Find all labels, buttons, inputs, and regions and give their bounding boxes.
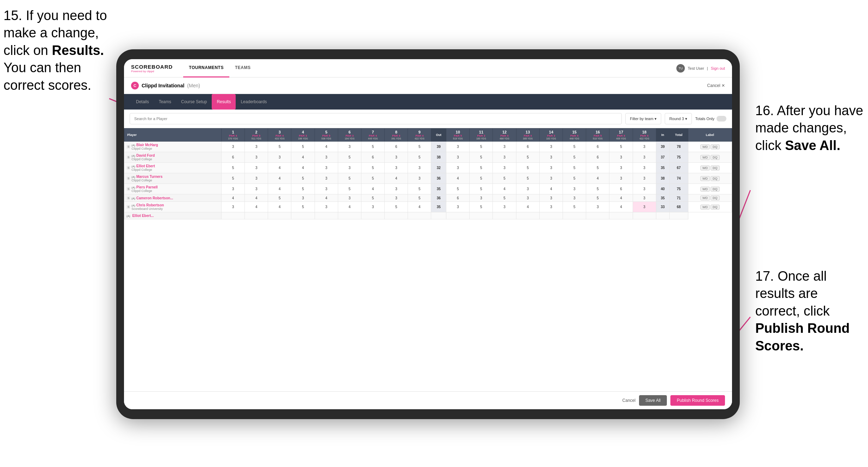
- score-cell[interactable]: 3: [493, 202, 516, 212]
- score-cell[interactable]: 5: [361, 163, 384, 173]
- sub-nav-details[interactable]: Details: [131, 94, 154, 110]
- score-cell[interactable]: 3: [609, 152, 633, 163]
- label-dq-btn[interactable]: DQ: [711, 195, 720, 200]
- score-cell[interactable]: 5: [361, 173, 384, 184]
- score-cell[interactable]: 3: [338, 142, 361, 152]
- score-cell[interactable]: 5: [563, 173, 586, 184]
- label-wd-btn[interactable]: WD: [700, 205, 710, 210]
- score-cell[interactable]: 3: [338, 163, 361, 173]
- score-cell[interactable]: 5: [516, 152, 539, 163]
- score-cell[interactable]: 3: [609, 173, 633, 184]
- score-cell[interactable]: 3: [315, 173, 338, 184]
- score-cell[interactable]: 3: [315, 163, 338, 173]
- score-cell[interactable]: 3: [221, 142, 244, 152]
- score-cell[interactable]: 3: [493, 163, 516, 173]
- score-cell[interactable]: 5: [361, 142, 384, 152]
- totals-only-toggle[interactable]: Totals Only: [695, 116, 726, 122]
- score-cell[interactable]: 5: [291, 142, 315, 152]
- score-cell[interactable]: 4: [245, 202, 268, 212]
- score-cell[interactable]: 5: [291, 184, 315, 194]
- score-cell[interactable]: 3: [633, 142, 656, 152]
- sub-nav-teams[interactable]: Teams: [154, 94, 176, 110]
- score-cell[interactable]: 5: [291, 173, 315, 184]
- label-wd-btn[interactable]: WD: [700, 176, 710, 181]
- score-cell[interactable]: 3: [446, 142, 470, 152]
- tournament-cancel-btn[interactable]: Cancel ✕: [707, 83, 725, 88]
- score-cell[interactable]: 6: [221, 152, 244, 163]
- score-cell[interactable]: 3: [338, 194, 361, 202]
- score-cell[interactable]: 3: [633, 202, 656, 212]
- score-cell[interactable]: 5: [470, 184, 493, 194]
- score-cell[interactable]: 5: [609, 142, 633, 152]
- score-cell[interactable]: 4: [609, 202, 633, 212]
- score-cell[interactable]: 5: [470, 202, 493, 212]
- score-cell[interactable]: 5: [516, 163, 539, 173]
- score-cell[interactable]: 5: [470, 142, 493, 152]
- filter-by-team-btn[interactable]: Filter by team ▾: [625, 113, 661, 124]
- score-cell[interactable]: 3: [586, 202, 609, 212]
- score-cell[interactable]: 4: [586, 173, 609, 184]
- score-cell[interactable]: 5: [361, 194, 384, 202]
- score-cell[interactable]: 3: [361, 202, 384, 212]
- score-cell[interactable]: 4: [408, 202, 431, 212]
- score-cell[interactable]: 3: [385, 194, 408, 202]
- score-cell[interactable]: 3: [221, 184, 244, 194]
- score-cell[interactable]: 5: [493, 173, 516, 184]
- score-cell[interactable]: 3: [633, 152, 656, 163]
- score-cell[interactable]: 5: [586, 163, 609, 173]
- score-cell[interactable]: 5: [408, 142, 431, 152]
- score-cell[interactable]: 4: [291, 163, 315, 173]
- score-cell[interactable]: 5: [338, 184, 361, 194]
- label-wd-btn[interactable]: WD: [700, 187, 710, 192]
- score-cell[interactable]: 4: [361, 184, 384, 194]
- score-cell[interactable]: 4: [385, 173, 408, 184]
- score-cell[interactable]: 3: [470, 194, 493, 202]
- score-cell[interactable]: 5: [493, 194, 516, 202]
- score-cell[interactable]: 3: [245, 184, 268, 194]
- score-cell[interactable]: 5: [221, 163, 244, 173]
- score-cell[interactable]: 5: [470, 152, 493, 163]
- score-cell[interactable]: 3: [539, 163, 563, 173]
- score-cell[interactable]: 5: [408, 152, 431, 163]
- score-cell[interactable]: 3: [446, 163, 470, 173]
- score-cell[interactable]: 5: [586, 194, 609, 202]
- score-cell[interactable]: 5: [408, 184, 431, 194]
- score-cell[interactable]: 3: [245, 173, 268, 184]
- label-dq-btn[interactable]: DQ: [711, 155, 720, 160]
- nav-signout[interactable]: Sign out: [711, 66, 725, 70]
- score-cell[interactable]: 3: [516, 184, 539, 194]
- sub-nav-leaderboards[interactable]: Leaderboards: [236, 94, 272, 110]
- score-cell[interactable]: 3: [539, 152, 563, 163]
- label-dq-btn[interactable]: DQ: [711, 187, 720, 192]
- score-cell[interactable]: 4: [268, 184, 291, 194]
- score-cell[interactable]: 5: [470, 173, 493, 184]
- score-cell[interactable]: 3: [633, 163, 656, 173]
- score-cell[interactable]: 4: [609, 194, 633, 202]
- score-cell[interactable]: 6: [516, 142, 539, 152]
- search-input[interactable]: [130, 113, 622, 124]
- publish-round-scores-btn[interactable]: Publish Round Scores: [670, 395, 725, 406]
- score-cell[interactable]: 6: [446, 194, 470, 202]
- score-cell[interactable]: 3: [385, 184, 408, 194]
- toggle-switch[interactable]: [717, 116, 726, 122]
- score-cell[interactable]: 3: [493, 142, 516, 152]
- score-cell[interactable]: 4: [446, 173, 470, 184]
- score-cell[interactable]: 3: [221, 202, 244, 212]
- score-cell[interactable]: 3: [245, 152, 268, 163]
- nav-tournaments[interactable]: TOURNAMENTS: [183, 59, 229, 77]
- score-cell[interactable]: 5: [338, 173, 361, 184]
- score-cell[interactable]: 3: [245, 163, 268, 173]
- score-cell[interactable]: 3: [609, 163, 633, 173]
- score-cell[interactable]: 3: [408, 163, 431, 173]
- score-cell[interactable]: 3: [291, 194, 315, 202]
- score-cell[interactable]: 4: [338, 202, 361, 212]
- score-cell[interactable]: 5: [385, 202, 408, 212]
- score-cell[interactable]: 6: [361, 152, 384, 163]
- nav-teams[interactable]: TEAMS: [229, 59, 256, 77]
- round-selector-btn[interactable]: Round 3 ▾: [665, 113, 692, 124]
- score-cell[interactable]: 6: [586, 152, 609, 163]
- score-cell[interactable]: 5: [268, 142, 291, 152]
- score-cell[interactable]: 3: [539, 202, 563, 212]
- score-cell[interactable]: 3: [385, 163, 408, 173]
- score-cell[interactable]: 3: [493, 152, 516, 163]
